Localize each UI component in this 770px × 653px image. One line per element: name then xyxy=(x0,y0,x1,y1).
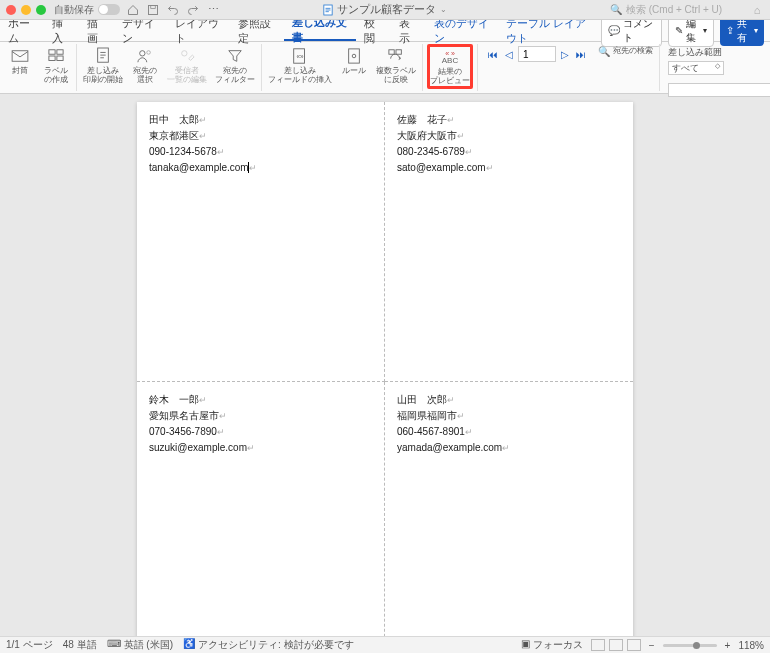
svg-point-9 xyxy=(140,51,145,56)
accessibility-icon: ♿ xyxy=(183,638,195,652)
tab-5[interactable]: 参照設定 xyxy=(230,20,284,41)
redo-icon[interactable] xyxy=(186,3,200,17)
web-layout-view-button[interactable] xyxy=(609,639,623,651)
share-button[interactable]: ⇪ 共有 ▾ xyxy=(720,16,764,46)
select-recipients-button[interactable]: 宛先の 選択 xyxy=(129,44,161,87)
edit-recipient-list-button[interactable]: 受信者 一覧の編集 xyxy=(165,44,209,87)
record-number-input[interactable] xyxy=(518,46,556,62)
insert-merge-field-button[interactable]: «» 差し込み フィールドの挿入 xyxy=(266,44,334,87)
range-from-input[interactable] xyxy=(668,83,770,97)
zoom-level[interactable]: 118% xyxy=(738,640,764,651)
tab-6[interactable]: 差し込み文書 xyxy=(284,20,356,41)
word-doc-icon xyxy=(323,4,333,16)
update-labels-button[interactable]: 複数ラベル に反映 xyxy=(374,44,418,87)
zoom-slider[interactable] xyxy=(663,644,717,647)
tab-3[interactable]: デザイン xyxy=(114,20,168,41)
tab-2[interactable]: 描画 xyxy=(79,20,114,41)
chevron-down-icon: ▾ xyxy=(754,26,758,35)
share-icon: ⇪ xyxy=(726,25,734,36)
svg-rect-6 xyxy=(49,56,55,60)
page-count[interactable]: 1/1 ページ xyxy=(6,638,53,652)
label-cell[interactable]: 田中太郎↵東京都港区↵090-1234-5678↵tanaka@example.… xyxy=(137,102,385,382)
chevron-down-icon: ⌄ xyxy=(440,5,447,14)
more-icon[interactable]: ⋯ xyxy=(206,3,220,17)
accessibility-checker[interactable]: ♿アクセシビリティ: 検討が必要です xyxy=(183,638,354,652)
label-cell[interactable]: 山田次郎↵福岡県福岡市↵060-4567-8901↵yamada@example… xyxy=(385,382,633,636)
zoom-in-button[interactable]: + xyxy=(725,640,731,651)
tab-10[interactable]: テーブル レイアウト xyxy=(498,20,601,41)
word-count[interactable]: 48 単語 xyxy=(63,638,97,652)
chevron-down-icon: ▾ xyxy=(703,26,707,35)
first-record-button[interactable]: ⏮ xyxy=(486,47,500,61)
document-title[interactable]: サンプル顧客データ ⌄ xyxy=(323,2,447,17)
tab-0[interactable]: ホーム xyxy=(0,20,44,41)
comment-icon: 💬 xyxy=(608,25,620,36)
keyboard-icon: ⌨ xyxy=(107,638,121,652)
print-layout-view-button[interactable] xyxy=(591,639,605,651)
svg-rect-3 xyxy=(12,51,28,62)
merge-range-group: 差し込み範囲 すべて ◇ から xyxy=(664,44,770,105)
undo-icon[interactable] xyxy=(166,3,180,17)
rules-button[interactable]: ルール xyxy=(338,44,370,78)
focus-mode-button[interactable]: ▣フォーカス xyxy=(521,638,583,652)
svg-rect-0 xyxy=(149,5,158,14)
minimize-window-button[interactable] xyxy=(21,5,31,15)
tab-8[interactable]: 表示 xyxy=(391,20,426,41)
record-navigation: ⏮ ◁ ▷ ⏭ xyxy=(482,44,592,64)
titlebar: 自動保存 ⋯ サンプル顧客データ ⌄ 🔍 検索 (Cmd + Ctrl + U)… xyxy=(0,0,770,20)
home-icon[interactable] xyxy=(126,3,140,17)
find-recipient-button[interactable]: 🔍 宛先の検索 xyxy=(596,44,655,59)
tab-4[interactable]: レイアウト xyxy=(167,20,230,41)
view-mode-switcher xyxy=(591,639,641,651)
labels-button[interactable]: ラベル の作成 xyxy=(40,44,72,87)
filter-recipients-button[interactable]: 宛先の フィルター xyxy=(213,44,257,87)
close-window-button[interactable] xyxy=(6,5,16,15)
label-icon xyxy=(46,46,66,66)
label-cell[interactable]: 佐藤花子↵大阪府大阪市↵080-2345-6789↵sato@example.c… xyxy=(385,102,633,382)
refresh-labels-icon xyxy=(386,46,406,66)
start-mail-merge-button[interactable]: 差し込み 印刷の開始 xyxy=(81,44,125,87)
language-indicator[interactable]: ⌨英語 (米国) xyxy=(107,638,173,652)
save-icon[interactable] xyxy=(146,3,160,17)
svg-point-15 xyxy=(352,54,356,58)
envelopes-button[interactable]: 封筒 xyxy=(4,44,36,78)
people-icon xyxy=(135,46,155,66)
autosave-toggle[interactable]: 自動保存 xyxy=(54,3,120,17)
read-mode-view-button[interactable] xyxy=(627,639,641,651)
page: 田中太郎↵東京都港区↵090-1234-5678↵tanaka@example.… xyxy=(137,102,633,636)
label-cell[interactable]: 鈴木一郎↵愛知県名古屋市↵070-3456-7890↵suzuki@exampl… xyxy=(137,382,385,636)
tab-7[interactable]: 校閲 xyxy=(356,20,391,41)
envelope-icon xyxy=(10,46,30,66)
svg-rect-17 xyxy=(396,50,401,54)
lightbulb-icon[interactable]: ⌂ xyxy=(750,3,764,17)
search-icon: 🔍 xyxy=(598,46,610,57)
prev-record-button[interactable]: ◁ xyxy=(502,47,516,61)
rules-icon xyxy=(344,46,364,66)
next-record-button[interactable]: ▷ xyxy=(558,47,572,61)
svg-rect-5 xyxy=(57,50,63,54)
document-icon xyxy=(93,46,113,66)
ribbon-tabs: ホーム挿入描画デザインレイアウト参照設定差し込み文書校閲表示表のデザインテーブル… xyxy=(0,20,770,42)
zoom-out-button[interactable]: − xyxy=(649,640,655,651)
insert-field-icon: «» xyxy=(290,46,310,66)
preview-results-button[interactable]: « » ABC 結果の プレビュー xyxy=(427,44,473,89)
range-all-select[interactable]: すべて ◇ xyxy=(668,61,724,75)
svg-rect-7 xyxy=(57,56,63,60)
preview-icon: « » ABC xyxy=(440,47,460,67)
search-input[interactable]: 🔍 検索 (Cmd + Ctrl + U) xyxy=(604,1,744,19)
statusbar: 1/1 ページ 48 単語 ⌨英語 (米国) ♿アクセシビリティ: 検討が必要で… xyxy=(0,636,770,653)
ribbon: 封筒 ラベル の作成 差し込み 印刷の開始 宛先の 選択 受信者 一覧の編集 宛… xyxy=(0,42,770,94)
svg-rect-16 xyxy=(389,50,394,54)
edit-list-icon xyxy=(177,46,197,66)
toggle-icon xyxy=(98,4,120,15)
titlebar-right-icons: ⌂ xyxy=(750,3,764,17)
tab-9[interactable]: 表のデザイン xyxy=(426,20,498,41)
maximize-window-button[interactable] xyxy=(36,5,46,15)
last-record-button[interactable]: ⏭ xyxy=(574,47,588,61)
svg-rect-14 xyxy=(349,49,360,63)
pencil-icon: ✎ xyxy=(675,25,683,36)
window-controls xyxy=(6,5,46,15)
tab-1[interactable]: 挿入 xyxy=(44,20,79,41)
search-icon: 🔍 xyxy=(610,4,622,15)
document-canvas[interactable]: 田中太郎↵東京都港区↵090-1234-5678↵tanaka@example.… xyxy=(0,94,770,636)
